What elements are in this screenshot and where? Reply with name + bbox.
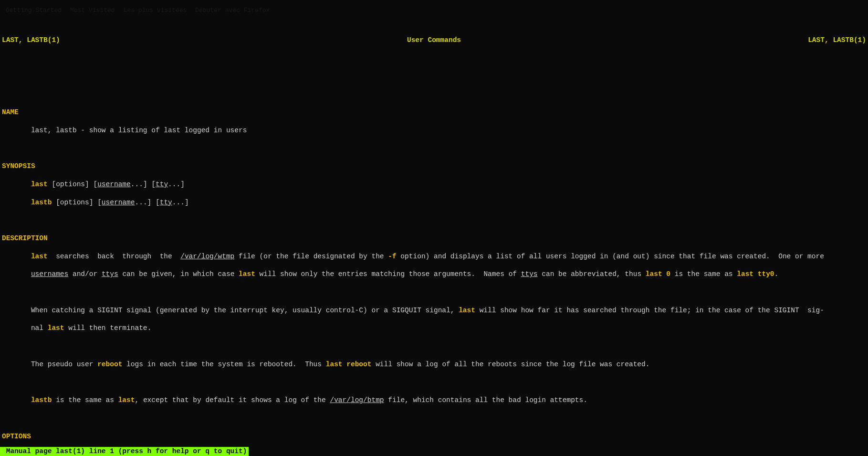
ghost-item: Débuter avec Firefox <box>195 7 270 15</box>
blank-line <box>2 288 866 297</box>
desc-para2-line2: nal last will then terminate. <box>2 324 866 333</box>
pager-status-line[interactable]: Manual page last(1) line 1 (press h for … <box>0 447 249 456</box>
section-synopsis-heading: SYNOPSIS <box>2 162 866 171</box>
ghost-item: Most Visited <box>70 7 115 15</box>
desc-para1-line2: usernames and/or ttys can be given, in w… <box>2 270 866 279</box>
ghost-item: Getting Started <box>6 7 62 15</box>
blank-line <box>2 90 866 99</box>
man-body: NAME last, lastb - show a listing of las… <box>0 81 868 456</box>
desc-para4: lastb is the same as last, except that b… <box>2 396 866 405</box>
man-header: LAST, LASTB(1) User Commands LAST, LASTB… <box>0 36 868 45</box>
blank-line <box>2 378 866 387</box>
desc-para1-line1: last searches back through the /var/log/… <box>2 252 866 261</box>
section-description-heading: DESCRIPTION <box>2 234 866 243</box>
section-options-heading: OPTIONS <box>2 432 866 441</box>
header-right: LAST, LASTB(1) <box>808 36 866 45</box>
browser-bookmarks-ghost: Getting Started Most Visited Les plus vi… <box>0 7 868 15</box>
header-center: User Commands <box>407 36 461 45</box>
ghost-item: Les plus visitées <box>124 7 187 15</box>
section-name-heading: NAME <box>2 108 866 117</box>
blank-line <box>2 216 866 225</box>
synopsis-line-1: last [options] [username...] [tty...] <box>2 180 866 189</box>
desc-para2-line1: When catching a SIGINT signal (generated… <box>2 306 866 315</box>
name-body: last, lastb - show a listing of last log… <box>2 126 866 135</box>
synopsis-line-2: lastb [options] [username...] [tty...] <box>2 198 866 207</box>
blank-line <box>2 414 866 423</box>
blank-line <box>2 144 866 153</box>
header-left: LAST, LASTB(1) <box>2 36 60 45</box>
desc-para3: The pseudo user reboot logs in each time… <box>2 360 866 369</box>
blank-line <box>2 342 866 351</box>
